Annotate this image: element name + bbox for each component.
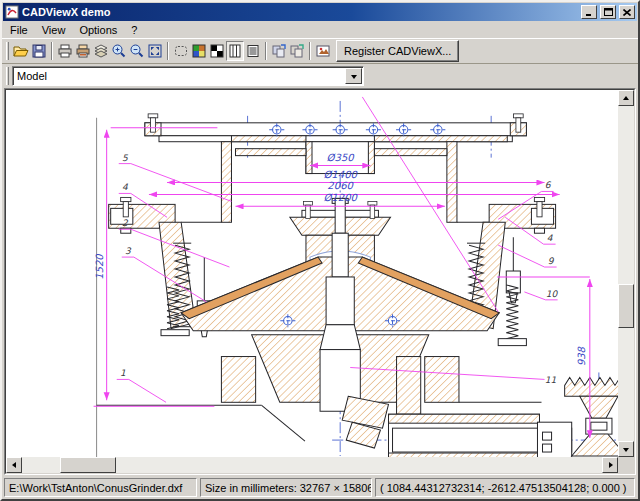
- scrollbar-corner: [618, 457, 634, 473]
- printer-icon: [57, 43, 73, 59]
- zoom-in-icon: [111, 43, 127, 59]
- register-button[interactable]: Register CADViewX...: [336, 40, 459, 62]
- printer-color-icon: [75, 43, 91, 59]
- arrow-down-icon: [623, 448, 629, 455]
- layout-combobox[interactable]: Model: [12, 66, 364, 86]
- window-title: CADViewX demo: [22, 6, 578, 18]
- pulley: [565, 377, 618, 456]
- menu-file[interactable]: File: [3, 23, 35, 37]
- toolbar-separator: [309, 42, 311, 60]
- menu-bar: File View Options ?: [2, 22, 638, 38]
- scroll-right-button[interactable]: [602, 457, 618, 473]
- callout-4-left: 4: [122, 183, 128, 193]
- toolbar: Register CADViewX...: [2, 38, 638, 64]
- print-setup-button[interactable]: [74, 41, 92, 61]
- page-view-icon: [227, 43, 243, 59]
- combo-gripper[interactable]: [6, 67, 9, 85]
- callout-11: 11: [545, 375, 557, 385]
- close-button[interactable]: [619, 5, 635, 19]
- save-file-button[interactable]: [30, 41, 48, 61]
- color-view-button[interactable]: [190, 41, 208, 61]
- toolbar-gripper[interactable]: [6, 42, 9, 60]
- selection-marquee-icon: [173, 43, 189, 59]
- title-bar[interactable]: CADViewX demo: [3, 3, 637, 21]
- vertical-scroll-thumb[interactable]: [618, 284, 634, 328]
- maximize-icon: [604, 8, 613, 16]
- scroll-up-button[interactable]: [618, 90, 634, 106]
- status-bar: E:\Work\TstAnton\ConusGrinder.dxf Size i…: [2, 475, 638, 499]
- dim-938: 938: [576, 345, 587, 366]
- open-folder-icon: [13, 43, 29, 59]
- monochrome-view-button[interactable]: [208, 41, 226, 61]
- minimize-icon: [585, 8, 593, 16]
- callout-9: 9: [548, 256, 555, 266]
- client-area: Ø350 Ø1400 2060 Ø1200 1520 938: [4, 88, 636, 475]
- black-white-mode-icon: [209, 43, 225, 59]
- structure-view-button[interactable]: [244, 41, 262, 61]
- dim-dia1400: Ø1400: [323, 169, 358, 180]
- callout-10: 10: [546, 289, 559, 299]
- callout-5: 5: [122, 153, 129, 163]
- toolbar-separator: [167, 42, 169, 60]
- scroll-left-button[interactable]: [6, 457, 22, 473]
- close-icon: [623, 9, 631, 16]
- picture-icon: [315, 43, 331, 59]
- callout-3: 3: [125, 246, 132, 256]
- layers-button[interactable]: [92, 41, 110, 61]
- dim-2060: 2060: [327, 181, 354, 192]
- horizontal-scrollbar[interactable]: [6, 457, 618, 473]
- copy-image-icon: [289, 43, 305, 59]
- chevron-down-icon: [351, 75, 357, 82]
- zoom-extents-button[interactable]: [146, 41, 164, 61]
- toolbar-separator: [51, 42, 53, 60]
- dim-1520: 1520: [94, 253, 105, 280]
- open-file-button[interactable]: [12, 41, 30, 61]
- layout-row: Model: [2, 64, 638, 88]
- drawing-canvas[interactable]: Ø350 Ø1400 2060 Ø1200 1520 938: [6, 90, 618, 457]
- color-mode-icon: [191, 43, 207, 59]
- arrow-right-icon: [609, 462, 616, 468]
- callout-1: 1: [120, 368, 126, 378]
- floppy-disk-icon: [31, 43, 47, 59]
- status-file-path: E:\Work\TstAnton\ConusGrinder.dxf: [4, 478, 197, 497]
- layers-icon: [93, 43, 109, 59]
- menu-help[interactable]: ?: [124, 23, 144, 37]
- arrow-left-icon: [9, 462, 16, 468]
- zoom-out-button[interactable]: [128, 41, 146, 61]
- about-button[interactable]: [314, 41, 332, 61]
- maximize-button[interactable]: [600, 5, 616, 19]
- status-coordinates: ( 1084.44312732314; -2612.47513504128; 0…: [375, 478, 635, 497]
- select-region-button[interactable]: [172, 41, 190, 61]
- menu-view[interactable]: View: [35, 23, 73, 37]
- toolbar-separator: [265, 42, 267, 60]
- zoom-extents-icon: [147, 43, 163, 59]
- page-view-button[interactable]: [226, 41, 244, 61]
- menu-options[interactable]: Options: [72, 23, 124, 37]
- cad-drawing: Ø350 Ø1400 2060 Ø1200 1520 938: [6, 90, 618, 457]
- callout-6: 6: [545, 181, 552, 191]
- arrow-up-icon: [623, 93, 629, 100]
- zoom-out-icon: [129, 43, 145, 59]
- zoom-in-button[interactable]: [110, 41, 128, 61]
- app-window: CADViewX demo File View Options ?: [0, 0, 640, 501]
- combobox-dropdown-button[interactable]: [345, 68, 362, 84]
- dim-dia350: Ø350: [327, 152, 356, 163]
- copy-vector-button[interactable]: [270, 41, 288, 61]
- app-icon: [5, 5, 19, 19]
- status-size-info: Size in millimeters: 32767 × 15806: [200, 478, 372, 497]
- minimize-button[interactable]: [581, 5, 597, 19]
- copy-pages-icon: [271, 43, 287, 59]
- copy-raster-button[interactable]: [288, 41, 306, 61]
- scroll-down-button[interactable]: [618, 441, 634, 457]
- layout-combobox-value: Model: [13, 70, 345, 82]
- print-button[interactable]: [56, 41, 74, 61]
- vertical-scrollbar[interactable]: [618, 90, 634, 457]
- dim-dia1200: Ø1200: [323, 192, 358, 203]
- callout-4-right: 4: [547, 233, 553, 243]
- list-lines-icon: [245, 43, 261, 59]
- horizontal-scroll-thumb[interactable]: [60, 457, 116, 473]
